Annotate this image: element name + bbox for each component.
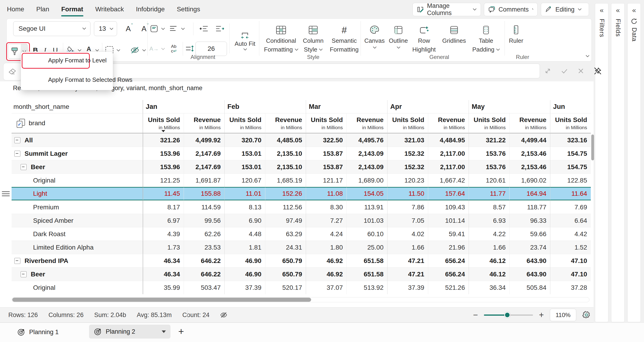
- value-cell[interactable]: 37.28: [550, 281, 591, 294]
- value-cell[interactable]: 47.10: [550, 267, 591, 281]
- table-row[interactable]: Beer46.34646.2246.90650.7946.92651.5847.…: [12, 267, 591, 281]
- format-painter-button[interactable]: [8, 44, 21, 59]
- value-cell[interactable]: 320.70: [224, 133, 265, 147]
- value-cell[interactable]: 122.85: [550, 174, 591, 187]
- value-cell[interactable]: 121.25: [143, 174, 184, 187]
- grow-font-button[interactable]: Aˆ: [122, 21, 136, 36]
- increase-indent-icon[interactable]: [214, 22, 226, 35]
- apply-format-to-selected-rows-item[interactable]: Apply Format to Selected Rows: [48, 76, 132, 83]
- gridlines-button[interactable]: Gridlines: [439, 22, 469, 45]
- horizontal-scrollbar[interactable]: [12, 297, 590, 302]
- value-cell[interactable]: 154.75: [550, 160, 591, 174]
- value-cell[interactable]: 99.56: [184, 214, 224, 227]
- expand-formula-icon[interactable]: [544, 67, 552, 75]
- metric-header-cell[interactable]: Revenuein Millions: [265, 113, 306, 133]
- table-row[interactable]: Light11.45155.8811.01152.2611.08154.0511…: [12, 187, 591, 200]
- collapse-row-icon[interactable]: [20, 271, 26, 277]
- value-cell[interactable]: 154.05: [346, 187, 387, 200]
- month-header-cell[interactable]: Feb: [224, 100, 306, 113]
- row-label-cell[interactable]: Limited Edition Alpha: [12, 241, 143, 254]
- value-cell[interactable]: 656.24: [428, 254, 469, 267]
- metric-header-cell[interactable]: Revenuein Millions: [509, 113, 550, 133]
- value-cell[interactable]: 2,153.46: [509, 160, 550, 174]
- hide-values-dropdown[interactable]: [141, 43, 147, 57]
- expand-filters-icon[interactable]: «: [600, 7, 604, 14]
- tab-options-dropdown-icon[interactable]: [162, 331, 166, 333]
- value-cell[interactable]: 113.91: [346, 200, 387, 214]
- value-cell[interactable]: 46.34: [143, 267, 184, 281]
- value-cell[interactable]: 651.58: [346, 254, 387, 267]
- value-cell[interactable]: 155.88: [184, 187, 224, 200]
- value-cell[interactable]: 1,690.02: [509, 174, 550, 187]
- value-cell[interactable]: 46.34: [143, 254, 184, 267]
- value-cell[interactable]: 656.24: [428, 267, 469, 281]
- value-cell[interactable]: 25.00: [346, 241, 387, 254]
- value-cell[interactable]: 153.96: [143, 147, 184, 160]
- value-cell[interactable]: 153.01: [224, 147, 265, 160]
- value-cell[interactable]: 2,147.69: [184, 160, 224, 174]
- expand-data-icon[interactable]: «: [632, 7, 636, 14]
- row-label-cell[interactable]: Premium: [12, 200, 143, 214]
- value-cell[interactable]: 2,135.10: [265, 147, 306, 160]
- value-cell[interactable]: 7.69: [550, 200, 591, 214]
- row-label-cell[interactable]: Beer: [12, 267, 143, 281]
- status-eye-off-icon[interactable]: [220, 312, 228, 318]
- clear-format-button[interactable]: [3, 63, 22, 80]
- value-cell[interactable]: 1.66: [469, 241, 509, 254]
- value-cell[interactable]: 4.22: [469, 227, 509, 241]
- value-cell[interactable]: 8.57: [469, 200, 509, 214]
- value-cell[interactable]: 11.01: [224, 187, 265, 200]
- value-cell[interactable]: 8.13: [224, 200, 265, 214]
- font-name-select[interactable]: Segoe UI: [13, 21, 90, 36]
- value-cell[interactable]: 46.90: [224, 254, 265, 267]
- data-panel-strip[interactable]: « Data: [627, 3, 641, 322]
- metric-header-cell[interactable]: Units Soldin Millions: [143, 113, 184, 133]
- value-cell[interactable]: 152.32: [387, 160, 428, 174]
- zoom-out-button[interactable]: −: [473, 310, 478, 320]
- value-cell[interactable]: 97.49: [265, 214, 306, 227]
- zoom-slider-thumb[interactable]: [504, 312, 510, 318]
- value-cell[interactable]: 503.47: [184, 281, 224, 294]
- value-cell[interactable]: 62.26: [184, 227, 224, 241]
- editing-button[interactable]: Editing: [541, 3, 589, 16]
- table-row[interactable]: Spiced Amber6.9799.566.9097.497.27101.03…: [12, 214, 591, 227]
- value-cell[interactable]: 4.48: [224, 227, 265, 241]
- decrease-indent-icon[interactable]: [198, 22, 210, 35]
- horizontal-scrollbar-thumb[interactable]: [12, 298, 311, 302]
- value-cell[interactable]: 7.05: [387, 214, 428, 227]
- row-label-cell[interactable]: Light: [12, 187, 143, 200]
- value-cell[interactable]: 46.12: [469, 267, 509, 281]
- value-cell[interactable]: 11.64: [550, 187, 591, 200]
- table-row[interactable]: Limited Edition Alpha1.7323.531.8124.311…: [12, 241, 591, 254]
- add-sheet-button[interactable]: +: [175, 325, 188, 338]
- value-cell[interactable]: 643.90: [509, 254, 550, 267]
- row-label-cell[interactable]: Riverbend IPA: [12, 254, 143, 267]
- fields-panel-strip[interactable]: « Fields: [611, 3, 624, 322]
- value-cell[interactable]: 1.80: [306, 241, 346, 254]
- value-cell[interactable]: 120.61: [469, 174, 509, 187]
- value-cell[interactable]: 59.66: [509, 227, 550, 241]
- value-cell[interactable]: 646.22: [184, 254, 224, 267]
- tab-planning-1[interactable]: Planning 1: [17, 325, 59, 339]
- value-cell[interactable]: 157.64: [428, 187, 469, 200]
- value-cell[interactable]: 650.79: [265, 254, 306, 267]
- row-drag-handle[interactable]: [2, 191, 10, 196]
- menu-home[interactable]: Home: [7, 5, 24, 15]
- table-row[interactable]: Riverbend IPA46.34646.2246.90650.7946.92…: [12, 254, 591, 267]
- value-cell[interactable]: 152.32: [387, 147, 428, 160]
- value-cell[interactable]: 2,117.00: [428, 160, 469, 174]
- value-cell[interactable]: 154.75: [550, 147, 591, 160]
- collapse-row-icon[interactable]: [14, 151, 20, 157]
- value-cell[interactable]: 6.97: [143, 214, 184, 227]
- row-label-cell[interactable]: All: [12, 133, 143, 147]
- table-row[interactable]: Dark Roast4.3962.264.4863.294.2460.104.0…: [12, 227, 591, 241]
- value-cell[interactable]: 4,499.92: [184, 133, 224, 147]
- canvas-button[interactable]: Canvas: [362, 22, 387, 48]
- metric-header-cell[interactable]: Revenuein Millions: [184, 113, 224, 133]
- value-cell[interactable]: 321.03: [387, 133, 428, 147]
- value-cell[interactable]: 2,143.09: [346, 147, 387, 160]
- value-cell[interactable]: 6.64: [550, 214, 591, 227]
- value-cell[interactable]: 63.29: [265, 227, 306, 241]
- value-cell[interactable]: 164.94: [509, 187, 550, 200]
- cancel-formula-icon[interactable]: [578, 67, 584, 74]
